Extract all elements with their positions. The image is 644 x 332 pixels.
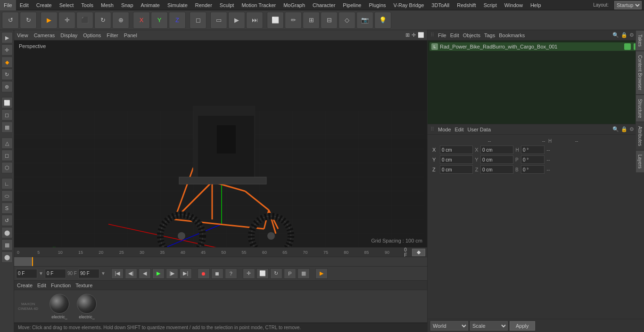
redo-button[interactable]: ↻ bbox=[20, 12, 37, 29]
menu-help[interactable]: Help bbox=[527, 0, 545, 10]
coord-z-size[interactable] bbox=[480, 165, 513, 174]
vp-menu-cameras[interactable]: Cameras bbox=[34, 32, 55, 38]
coord-y-size[interactable] bbox=[480, 155, 513, 164]
coord-x-pos[interactable] bbox=[440, 146, 473, 154]
menu-animate[interactable]: Animate bbox=[137, 0, 164, 10]
deformer-button[interactable]: ⊟ bbox=[321, 12, 338, 29]
menu-3dtoall[interactable]: 3DToAll bbox=[428, 0, 453, 10]
obj-menu-bookmarks[interactable]: Bookmarks bbox=[499, 32, 525, 38]
lt-btn-18[interactable]: ⬤ bbox=[1, 251, 13, 263]
coord-h-rot[interactable] bbox=[521, 146, 545, 154]
vp-menu-view[interactable]: View bbox=[17, 32, 28, 38]
menu-tools[interactable]: Tools bbox=[77, 0, 97, 10]
obj-menu-file[interactable]: File bbox=[438, 32, 446, 38]
rotate-tool-button[interactable]: ↻ bbox=[94, 12, 111, 29]
playback-start-field[interactable] bbox=[16, 269, 37, 278]
menu-snap[interactable]: Snap bbox=[117, 0, 137, 10]
vtab-takes[interactable]: Takes bbox=[636, 30, 644, 51]
lt-btn-16[interactable]: ⬤ bbox=[1, 227, 13, 238]
cube-primitive-button[interactable]: ⬜ bbox=[267, 12, 284, 29]
menu-vray[interactable]: V-Ray Bridge bbox=[390, 0, 428, 10]
play-reverse-button[interactable]: ◀ bbox=[139, 268, 151, 279]
go-end-button[interactable]: ▶| bbox=[180, 268, 192, 279]
vp-menu-options[interactable]: Options bbox=[83, 32, 101, 38]
axis-x-button[interactable]: X bbox=[133, 12, 150, 29]
vtab-attributes[interactable]: Attributes bbox=[636, 122, 644, 150]
obj-search-icon[interactable]: 🔍 bbox=[612, 32, 619, 38]
play-button[interactable]: ▶ bbox=[152, 268, 165, 279]
vp-menu-display[interactable]: Display bbox=[60, 32, 77, 38]
vtab-structure[interactable]: Structure bbox=[636, 95, 644, 122]
obj-menu-tags[interactable]: Tags bbox=[484, 32, 495, 38]
lt-btn-4[interactable]: ↻ bbox=[1, 69, 13, 80]
object-mode-button[interactable]: ◻ bbox=[190, 12, 206, 29]
mat-create[interactable]: Create bbox=[17, 283, 33, 288]
attr-search-icon[interactable]: 🔍 bbox=[612, 126, 619, 132]
lt-btn-9[interactable]: △ bbox=[1, 138, 13, 149]
field-button[interactable]: ◇ bbox=[339, 12, 355, 29]
menu-select[interactable]: Select bbox=[56, 0, 78, 10]
record-button[interactable]: ⏺ bbox=[198, 268, 210, 279]
lt-btn-17[interactable]: ▦ bbox=[1, 239, 13, 251]
lt-btn-15[interactable]: ↺ bbox=[1, 215, 13, 226]
param-button[interactable]: P bbox=[284, 268, 296, 279]
menu-create[interactable]: Create bbox=[33, 0, 56, 10]
transform-button[interactable]: ⊕ bbox=[112, 12, 129, 29]
object-row[interactable]: L Rad_Power_Bike_RadBurro_with_Cargo_Box… bbox=[429, 42, 642, 51]
coordinate-system-select[interactable]: World bbox=[430, 321, 468, 331]
menu-script[interactable]: Script bbox=[480, 0, 501, 10]
scale-keys-button[interactable]: ⬜ bbox=[256, 268, 269, 279]
attr-lock-icon[interactable]: 🔒 bbox=[621, 126, 627, 132]
attr-edit[interactable]: Edit bbox=[455, 127, 464, 132]
lt-btn-11[interactable]: ⬡ bbox=[1, 162, 13, 173]
light-button[interactable]: 💡 bbox=[374, 12, 391, 29]
keyframe-add[interactable]: ◆ bbox=[412, 249, 425, 256]
vp-corner-3[interactable]: ⬜ bbox=[418, 32, 424, 38]
select-tool-button[interactable]: ▶ bbox=[41, 12, 58, 29]
lt-btn-10[interactable]: ◻ bbox=[1, 150, 13, 161]
mat-texture[interactable]: Texture bbox=[75, 283, 92, 288]
coord-x-size[interactable] bbox=[480, 146, 513, 154]
menu-file[interactable]: File bbox=[0, 0, 16, 10]
go-start-button[interactable]: |◀ bbox=[111, 268, 124, 279]
help-button[interactable]: ? bbox=[225, 268, 237, 279]
render-button[interactable]: ▶ bbox=[228, 12, 245, 29]
vp-menu-filter[interactable]: Filter bbox=[107, 32, 118, 38]
apply-button[interactable]: Apply bbox=[510, 321, 535, 331]
lt-btn-5[interactable]: ⊕ bbox=[1, 81, 13, 92]
obj-menu-edit[interactable]: Edit bbox=[450, 32, 459, 38]
menu-render[interactable]: Render bbox=[191, 0, 216, 10]
material-item-1[interactable]: electric_ bbox=[48, 294, 71, 319]
next-frame-button[interactable]: |▶ bbox=[166, 268, 178, 279]
lt-btn-3[interactable]: ◆ bbox=[1, 57, 13, 68]
lt-btn-13[interactable]: ⬭ bbox=[1, 190, 13, 202]
mat-edit[interactable]: Edit bbox=[37, 283, 46, 288]
attr-settings-icon[interactable]: ⚙ bbox=[629, 126, 634, 132]
render-preview-button[interactable]: ▶ bbox=[315, 268, 328, 279]
lt-btn-14[interactable]: S bbox=[1, 202, 13, 214]
vp-menu-panel[interactable]: Panel bbox=[124, 32, 137, 38]
menu-pipeline[interactable]: Pipeline bbox=[339, 0, 365, 10]
render-region-button[interactable]: ▭ bbox=[210, 12, 227, 29]
lt-btn-8[interactable]: ▦ bbox=[1, 121, 13, 133]
lt-btn-6[interactable]: ⬜ bbox=[1, 97, 13, 108]
scale-tool-button[interactable]: ⬛ bbox=[76, 12, 93, 29]
timeline-bar[interactable] bbox=[14, 257, 427, 266]
axis-z-button[interactable]: Z bbox=[169, 12, 186, 29]
playback-current-field[interactable] bbox=[45, 269, 66, 278]
menu-mesh[interactable]: Mesh bbox=[97, 0, 117, 10]
vtab-content-browser[interactable]: Content Browser bbox=[636, 51, 644, 94]
menu-sculpt[interactable]: Sculpt bbox=[216, 0, 238, 10]
nurbs-button[interactable]: ⊞ bbox=[303, 12, 320, 29]
attr-user-data[interactable]: User Data bbox=[468, 127, 491, 132]
transform-mode-select[interactable]: Scale bbox=[470, 321, 508, 331]
obj-manager-content[interactable]: L Rad_Power_Bike_RadBurro_with_Cargo_Box… bbox=[428, 40, 644, 124]
material-item-2[interactable]: electric_ bbox=[75, 294, 99, 319]
menu-character[interactable]: Character bbox=[309, 0, 339, 10]
grid-button[interactable]: ▦ bbox=[297, 268, 310, 279]
menu-redshift[interactable]: Redshift bbox=[453, 0, 479, 10]
render-all-button[interactable]: ⏭ bbox=[246, 12, 263, 29]
timeline-position[interactable] bbox=[14, 257, 33, 266]
viewport-3d[interactable]: X Y Z Perspective Grid Spacing : 100 cm bbox=[14, 40, 427, 247]
camera-button[interactable]: 📷 bbox=[356, 12, 373, 29]
